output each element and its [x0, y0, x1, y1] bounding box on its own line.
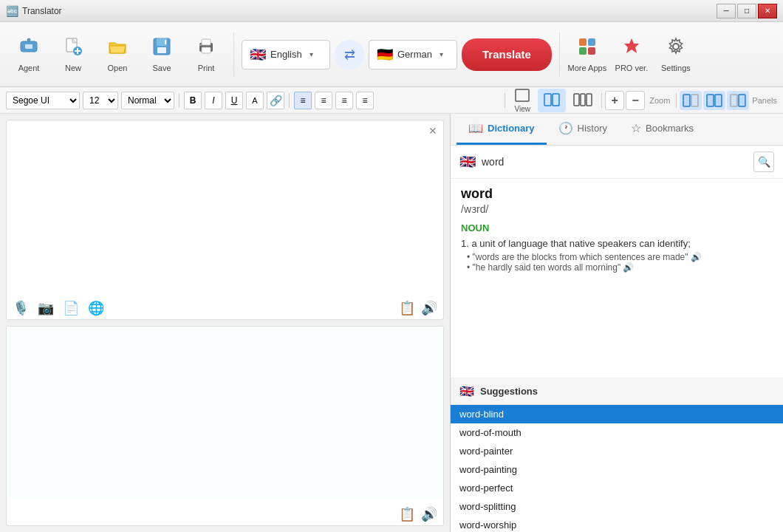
font-family-select[interactable]: Segoe UI	[6, 92, 80, 109]
font-size-select[interactable]: 12	[83, 92, 118, 109]
tab-dictionary[interactable]: 📖 Dictionary	[457, 114, 547, 145]
underline-button[interactable]: U	[225, 92, 243, 109]
suggestions-header: 🇬🇧 Suggestions	[451, 378, 783, 405]
more-apps-label: More Apps	[568, 64, 607, 72]
pos-label: NOUN	[461, 222, 773, 233]
globe-icon[interactable]: 🌐	[88, 300, 104, 316]
zoom-in-button[interactable]: +	[605, 91, 624, 110]
open-button[interactable]: Open	[98, 29, 137, 81]
new-icon	[64, 37, 83, 61]
word-phonetic: /wɜrd/	[461, 203, 773, 215]
panel-left-button[interactable]	[680, 91, 702, 110]
view-triple-button[interactable]	[567, 89, 598, 112]
suggestions-flag: 🇬🇧	[459, 384, 474, 398]
copy-target-icon[interactable]: 📋	[399, 506, 415, 522]
open-icon	[108, 37, 127, 61]
suggestions-title: Suggestions	[480, 386, 538, 397]
svg-rect-27	[587, 94, 592, 106]
search-button[interactable]: 🔍	[753, 151, 774, 172]
target-language-selector[interactable]: 🇩🇪 German ▾	[369, 40, 457, 69]
svg-rect-26	[581, 94, 585, 106]
view-single-button[interactable]: View	[508, 89, 536, 112]
more-apps-button[interactable]: More Apps	[567, 29, 607, 81]
close-button[interactable]: ✕	[758, 4, 777, 18]
zoom-out-button[interactable]: −	[626, 91, 645, 110]
restore-button[interactable]: □	[737, 4, 756, 18]
open-label: Open	[108, 64, 128, 72]
svg-point-2	[27, 38, 30, 41]
panel-right-button[interactable]	[727, 91, 749, 110]
dictionary-search-bar: 🇬🇧 word 🔍	[451, 146, 783, 179]
search-icon: 🔍	[758, 156, 770, 168]
speak-source-icon[interactable]: 🔊	[421, 300, 437, 316]
target-text-input[interactable]	[7, 327, 443, 499]
text-color-button[interactable]: A	[246, 92, 264, 109]
settings-icon	[666, 37, 685, 61]
svg-rect-1	[25, 44, 33, 49]
dictionary-definition: word /wɜrd/ NOUN 1. a unit of language t…	[451, 179, 783, 378]
more-apps-icon	[578, 37, 597, 61]
svg-rect-24	[553, 94, 559, 106]
suggestion-item[interactable]: word-blind	[451, 405, 783, 423]
print-button[interactable]: Print	[186, 29, 226, 81]
agent-button[interactable]: Agent	[9, 29, 49, 81]
view-zoom-panels: View + − Zoom Panels	[503, 89, 777, 112]
camera-icon[interactable]: 📷	[38, 300, 54, 316]
source-language-selector[interactable]: 🇬🇧 English ▾	[242, 40, 330, 69]
microphone-icon[interactable]: 🎙️	[13, 300, 29, 316]
settings-button[interactable]: Settings	[656, 29, 696, 81]
align-center-button[interactable]: ≡	[315, 92, 332, 109]
svg-rect-16	[199, 44, 202, 46]
suggestion-item[interactable]: word-painter	[451, 442, 783, 460]
suggestion-item[interactable]: word-worship	[451, 516, 783, 532]
align-justify-button[interactable]: ≡	[356, 92, 374, 109]
new-button[interactable]: New	[53, 29, 93, 81]
align-right-button[interactable]: ≡	[335, 92, 353, 109]
swap-languages-button[interactable]: ⇄	[335, 40, 364, 69]
source-close-button[interactable]: ✕	[425, 123, 440, 138]
zoom-label: Zoom	[649, 96, 670, 105]
source-text-input[interactable]	[7, 120, 443, 293]
suggestion-item[interactable]: word-perfect	[451, 479, 783, 497]
toolbar-separator-1	[233, 33, 234, 77]
swap-icon: ⇄	[344, 47, 355, 63]
format-separator-1	[179, 93, 179, 108]
tab-history[interactable]: 🕐 History	[547, 114, 619, 145]
svg-rect-12	[165, 40, 166, 44]
svg-rect-14	[202, 39, 211, 45]
tab-bookmarks[interactable]: ☆ Bookmarks	[619, 114, 705, 145]
dictionary-tab-label: Dictionary	[488, 123, 535, 134]
suggestion-item[interactable]: word-of-mouth	[451, 423, 783, 442]
italic-button[interactable]: I	[205, 92, 222, 109]
align-left-button[interactable]: ≡	[294, 92, 312, 109]
document-icon[interactable]: 📄	[63, 300, 79, 316]
svg-rect-18	[588, 38, 595, 46]
svg-rect-20	[588, 47, 595, 55]
bold-button[interactable]: B	[184, 92, 202, 109]
source-lang-name: English	[270, 49, 302, 60]
window-controls: ─ □ ✕	[717, 4, 777, 18]
svg-rect-29	[691, 95, 698, 106]
word-title: word	[461, 186, 773, 202]
view-split-button[interactable]	[538, 89, 566, 112]
format-separator-4	[601, 93, 602, 108]
pro-button[interactable]: PRO ver.	[612, 29, 652, 81]
suggestion-item[interactable]: word-painting	[451, 460, 783, 479]
save-icon	[152, 37, 171, 61]
app-title: Translator	[22, 6, 717, 16]
speak-target-icon[interactable]: 🔊	[421, 506, 437, 522]
definition-number: 1.	[461, 238, 469, 249]
translate-button[interactable]: Translate	[462, 38, 552, 71]
svg-rect-19	[579, 47, 587, 55]
svg-rect-32	[731, 95, 737, 106]
save-button[interactable]: Save	[142, 29, 182, 81]
font-style-select[interactable]: Normal	[121, 92, 174, 109]
link-button[interactable]: 🔗	[267, 92, 284, 109]
main-content: ✕ 🎙️ 📷 📄 🌐 📋 🔊	[0, 114, 783, 532]
panels-label: Panels	[752, 96, 777, 105]
panel-split-button[interactable]	[703, 91, 725, 110]
copy-source-icon[interactable]: 📋	[399, 300, 415, 316]
svg-rect-15	[202, 47, 211, 53]
suggestion-item[interactable]: word-splitting	[451, 497, 783, 516]
minimize-button[interactable]: ─	[717, 4, 736, 18]
